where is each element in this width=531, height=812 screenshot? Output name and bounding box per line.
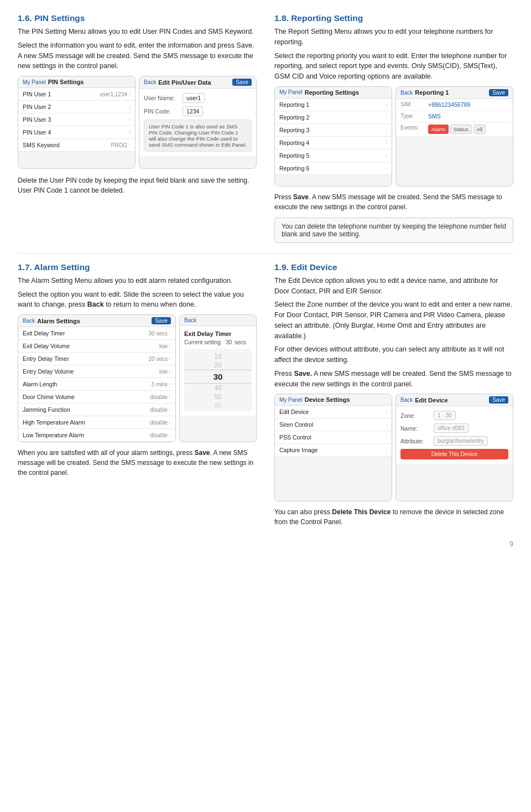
alarm-setting-title: 1.7. Alarm Setting bbox=[18, 262, 257, 272]
reporting3-row[interactable]: Reporting 3 › bbox=[275, 124, 392, 137]
zone-label: Zone: bbox=[400, 412, 434, 419]
reporting1-detail-header: Back Reporting 1 Save bbox=[396, 87, 513, 99]
reporting1-save[interactable]: Save bbox=[489, 89, 508, 96]
low-temp-row[interactable]: Low Temperature Alarm disable › bbox=[18, 429, 175, 442]
alarm-settings-save[interactable]: Save bbox=[152, 317, 171, 324]
event-alarm-btn[interactable]: Alarm bbox=[428, 125, 449, 134]
sim-value[interactable]: +886123456789 bbox=[428, 101, 470, 108]
device-settings-panel: My Panel Device Settings Edit Device › S… bbox=[274, 394, 392, 501]
pin-delete-note: Delete the User PIN code by keeping the … bbox=[18, 175, 257, 195]
edit-device-para3: For other devices without attribute, you… bbox=[274, 344, 513, 365]
pin-user3-row[interactable]: PIN User 3 › bbox=[18, 113, 135, 126]
reporting-panels: My Panel Reporting Settings Reporting 1 … bbox=[274, 86, 513, 187]
device-mypanel-label: My Panel bbox=[279, 397, 303, 403]
attribute-input[interactable]: burglar/home/entry bbox=[434, 436, 488, 446]
username-input[interactable]: user1 bbox=[183, 93, 205, 103]
alarm-back-btn[interactable]: Back bbox=[23, 318, 35, 324]
reporting-list-panel: My Panel Reporting Settings Reporting 1 … bbox=[274, 86, 392, 187]
alarm-setting-para2: Select the option you want to edit. Slid… bbox=[18, 289, 257, 311]
alarm-settings-header: Back Alarm Settings Save bbox=[18, 315, 175, 327]
attribute-row: Attribute: burglar/home/entry bbox=[400, 436, 508, 446]
edit-device-header: Back Edit Device Save bbox=[396, 394, 513, 406]
edit-device-row[interactable]: Edit Device › bbox=[275, 406, 392, 418]
scroll-picker[interactable]: 10 20 30 40 50 60 bbox=[184, 349, 252, 411]
reporting1-back[interactable]: Back bbox=[400, 90, 413, 96]
entry-delay-volume-row[interactable]: Entry Delay Volume low › bbox=[18, 365, 175, 378]
siren-control-row[interactable]: Siren Control › bbox=[275, 418, 392, 431]
delete-device-btn[interactable]: Delete This Device bbox=[400, 449, 508, 459]
pin-user1-row[interactable]: PIN User 1 user1,1234 › bbox=[18, 88, 135, 101]
pin-empty-row bbox=[18, 152, 135, 168]
alarm-length-row[interactable]: Alarm Length 3 mins › bbox=[18, 378, 175, 391]
sim-label: SIM: bbox=[400, 101, 428, 108]
pin-user4-chevron: › bbox=[129, 130, 131, 135]
edit-device-save[interactable]: Save bbox=[489, 396, 508, 404]
reporting2-row[interactable]: Reporting 2 › bbox=[275, 111, 392, 124]
edit-pin-header: Back Edit Pin/User Data Save bbox=[139, 76, 256, 89]
device-panels: My Panel Device Settings Edit Device › S… bbox=[274, 394, 513, 501]
attribute-label: Attribute: bbox=[400, 438, 434, 444]
pss-control-row[interactable]: PSS Control › bbox=[275, 431, 392, 444]
pin-user1-chevron: › bbox=[129, 91, 131, 97]
alarm-panels: Back Alarm Settings Save Exit Delay Time… bbox=[18, 314, 257, 442]
pin-user2-row[interactable]: PIN User 2 › bbox=[18, 101, 135, 113]
edit-device-form: Zone: 1 - 30 Name: office d083 Attribute… bbox=[396, 406, 513, 464]
edit-pin-save[interactable]: Save bbox=[232, 79, 252, 86]
capture-image-row[interactable]: Capture Image › bbox=[275, 444, 392, 457]
edit-pin-form: User Name: user1 PIN Code: 1234 User PIN… bbox=[139, 89, 256, 156]
reporting1-row[interactable]: Reporting 1 › bbox=[275, 99, 392, 111]
high-temp-row[interactable]: High Temperature Alarm disable › bbox=[18, 416, 175, 429]
pin-user3-chevron: › bbox=[129, 117, 131, 122]
jamming-function-row[interactable]: Jamming Function disable › bbox=[18, 404, 175, 416]
picker-item-40: 40 bbox=[184, 384, 252, 392]
picker-item-60: 60 bbox=[184, 401, 252, 409]
pin-settings-title: 1.6. PIN Settings bbox=[18, 13, 257, 23]
reporting-empty bbox=[275, 175, 392, 186]
reporting5-row[interactable]: Reporting 5 › bbox=[275, 149, 392, 162]
reporting4-row[interactable]: Reporting 4 › bbox=[275, 137, 392, 149]
edit-device-back[interactable]: Back bbox=[400, 397, 413, 403]
entry-delay-timer-row[interactable]: Entry Delay Timer 20 secs › bbox=[18, 353, 175, 365]
name-input[interactable]: office d083 bbox=[434, 423, 468, 433]
edit-device-form-title: Edit Device bbox=[415, 397, 489, 404]
alarm-picker-content: Exit Delay Timer Current setting: 30 sec… bbox=[180, 326, 256, 416]
pincode-label: PIN Code: bbox=[144, 108, 183, 115]
alarm-settings-title: Alarm Settings bbox=[37, 318, 152, 324]
reporting-list-header: My Panel Reporting Settings bbox=[275, 87, 392, 99]
event-all-btn[interactable]: All bbox=[473, 125, 486, 134]
sms-keyword-chevron: › bbox=[129, 142, 131, 148]
picker-item-10: 10 bbox=[184, 352, 252, 361]
alarm-picker-header: Back bbox=[180, 315, 256, 326]
press-save-note: Press Save. A new SMS message will be cr… bbox=[274, 192, 513, 212]
zone-input[interactable]: 1 - 30 bbox=[434, 411, 456, 420]
device-settings-title: Device Settings bbox=[305, 396, 387, 403]
alarm-picker-panel: Back Exit Delay Timer Current setting: 3… bbox=[179, 314, 257, 442]
pin-settings-para2: Select the information you want to edit,… bbox=[18, 40, 257, 71]
exit-delay-volume-row[interactable]: Exit Delay Volume low › bbox=[18, 340, 175, 353]
type-value[interactable]: SMS bbox=[428, 113, 441, 120]
name-label: Name: bbox=[400, 425, 434, 432]
pin-user4-label: PIN User 4 bbox=[23, 129, 129, 136]
edit-device-title: 1.9. Edit Device bbox=[274, 262, 513, 272]
alarm-when-satisfied: When you are satisfied with all of your … bbox=[18, 448, 257, 478]
pin-user4-row[interactable]: PIN User 4 › bbox=[18, 126, 135, 139]
pin-user1-value: user1,1234 bbox=[100, 91, 127, 97]
current-setting-row: Current setting: 30 secs bbox=[184, 339, 252, 345]
reporting1-detail-panel: Back Reporting 1 Save SIM: +886123456789… bbox=[395, 86, 513, 187]
event-status-btn[interactable]: Status bbox=[450, 125, 472, 134]
page-content: 1.6. PIN Settings The PIN Setting Menu a… bbox=[0, 0, 531, 561]
pincode-input[interactable]: 1234 bbox=[183, 106, 203, 116]
device-settings-header: My Panel Device Settings bbox=[275, 394, 392, 406]
door-chime-row[interactable]: Door Chime Volume disable › bbox=[18, 391, 175, 404]
sim-row: SIM: +886123456789 bbox=[396, 99, 513, 111]
alarm-picker-back[interactable]: Back bbox=[184, 317, 196, 323]
reporting6-row[interactable]: Reporting 6 › bbox=[275, 162, 392, 175]
alarm-setting-section: 1.7. Alarm Setting The Alarm Setting Men… bbox=[18, 262, 257, 531]
also-press-note: You can also press Delete This Device to… bbox=[274, 507, 513, 527]
exit-delay-timer-row[interactable]: Exit Delay Timer 30 secs › bbox=[18, 327, 175, 340]
sms-keyword-value: PROG bbox=[111, 142, 127, 148]
picker-item-30-selected: 30 bbox=[184, 370, 252, 384]
reporting-settings-para2: Select the reporting priority you want t… bbox=[274, 51, 513, 82]
edit-pin-back[interactable]: Back bbox=[144, 79, 156, 85]
sms-keyword-row[interactable]: SMS Keyword PROG › bbox=[18, 139, 135, 152]
